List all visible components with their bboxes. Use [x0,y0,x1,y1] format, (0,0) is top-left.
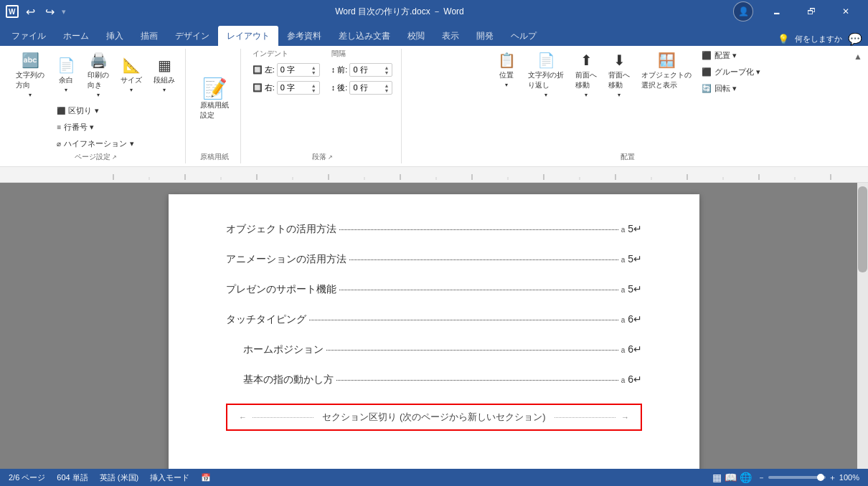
spin-down-a[interactable]: ▼ [384,88,389,93]
breaks-button[interactable]: ⬛ 区切り ▾ [54,104,101,118]
indent-right-value: 0 字 [280,82,295,93]
columns-label: 段組み [154,75,175,85]
spin-up-a[interactable]: ▲ [384,83,389,88]
page-setup-group: 🔤 文字列の方向 ▾ 📄 余白 ▾ 🖨️ 印刷の向き ▾ 📐 サイズ ▾ ▦ [6,49,186,163]
scrollbar-thumb[interactable] [858,186,867,272]
zoom-plus[interactable]: ＋ [829,472,836,483]
scrollbar-track[interactable] [857,183,868,469]
spin-up-r[interactable]: ▲ [311,83,316,88]
ribbon-toolbar: 🔤 文字列の方向 ▾ 📄 余白 ▾ 🖨️ 印刷の向き ▾ 📐 サイズ ▾ ▦ [0,46,868,167]
margins-label: 余白 [59,75,73,85]
text-direction-button[interactable]: 🔤 文字列の方向 ▾ [11,49,49,101]
toc-dots-1 [339,229,618,230]
size-icon: 📐 [123,57,141,74]
indent-right-row: 🔲 右: 0 字 ▲ ▼ [253,81,320,95]
align-icon: ⬛ [702,51,712,60]
orientation-button[interactable]: 🖨️ 印刷の向き ▾ [83,49,113,101]
zoom-minus[interactable]: － [758,472,765,483]
tab-layout[interactable]: レイアウト [218,26,278,46]
user-avatar[interactable]: 👤 [733,1,753,22]
tab-developer[interactable]: 開発 [468,26,502,46]
bring-forward-label: 前面へ移動 [575,70,597,90]
minimize-button[interactable]: 🗕 [760,0,793,23]
indent-right-spinner[interactable]: ▲ ▼ [311,83,316,93]
read-mode-icon[interactable]: 📖 [725,472,737,483]
chat-icon[interactable]: 💬 [848,32,862,46]
columns-button[interactable]: ▦ 段組み ▾ [149,54,179,96]
send-backward-button[interactable]: ⬇ 背面へ移動 ▾ [604,49,634,101]
text-direction-icon: 🔤 [22,52,39,69]
tab-home[interactable]: ホーム [55,26,98,46]
spacing-after-spinner[interactable]: ▲ ▼ [384,83,389,93]
spin-down[interactable]: ▼ [311,70,316,75]
spacing-before-input[interactable]: 0 行 ▲ ▼ [349,63,392,77]
page-setup-expand[interactable]: ↗ [112,154,117,161]
ribbon-tab-bar: ファイル ホーム 挿入 描画 デザイン レイアウト 参考資料 差し込み文書 校閲… [0,23,868,46]
status-bar: 2/6 ページ 604 単語 英語 (米国) 挿入モード 📅 ▦ 📖 🌐 － ＋… [0,469,868,486]
redo-button[interactable]: ↪ [42,4,57,20]
group-button[interactable]: ⬛ グループ化 ▾ [699,65,763,79]
tab-view[interactable]: 表示 [433,26,468,46]
tab-insert[interactable]: 挿入 [98,26,132,46]
indent-right-input[interactable]: 0 字 ▲ ▼ [277,81,320,95]
tab-design[interactable]: デザイン [166,26,218,46]
line-numbers-button[interactable]: ≡ 行番号 ▾ [54,120,97,134]
hyphenation-icon: ⌀ [57,140,61,148]
close-button[interactable]: ✕ [829,0,862,23]
bring-forward-button[interactable]: ⬆ 前面へ移動 ▾ [571,49,601,101]
spin-down-b[interactable]: ▼ [384,70,389,75]
toc-title-2: アニメーションの活用方法 [226,253,346,266]
send-backward-arrow: ▾ [618,92,621,98]
indent-right-label: 🔲 右: [253,82,275,93]
align-button[interactable]: ⬛ 配置 ▾ [699,49,763,62]
paragraph-expand[interactable]: ↗ [328,154,333,161]
toc-page-1: 5↵ [628,223,642,234]
wrap-text-button[interactable]: 📄 文字列の折り返し ▾ [524,49,568,101]
section-break-right-dots [555,417,615,418]
tab-mailings[interactable]: 差し込み文書 [330,26,399,46]
rotate-button[interactable]: 🔄 回転 ▾ [699,82,763,95]
toc-link-5: a [621,346,626,354]
size-arrow: ▾ [130,87,133,93]
manuscript-setup-button[interactable]: 📝 原稿用紙設定 [194,76,235,123]
zoom-slider[interactable] [768,476,826,479]
spin-down-r[interactable]: ▼ [311,88,316,93]
tab-help[interactable]: ヘルプ [502,26,545,46]
group-label: グループ化 ▾ [714,67,760,77]
spacing-after-input[interactable]: 0 行 ▲ ▼ [349,81,392,95]
position-button[interactable]: 📋 位置 ▾ [492,49,521,91]
margins-button[interactable]: 📄 余白 ▾ [52,54,80,96]
document-area[interactable]: オブジェクトの活用方法 a 5↵ アニメーションの活用方法 a 5↵ プレゼンの… [0,183,868,469]
rotate-icon: 🔄 [702,84,712,93]
spacing-before-spinner[interactable]: ▲ ▼ [384,65,389,75]
spin-up-b[interactable]: ▲ [384,65,389,70]
web-view-icon[interactable]: 🌐 [740,472,752,483]
tab-draw[interactable]: 描画 [132,26,166,46]
paper-size-button[interactable]: 📐 サイズ ▾ [116,54,146,96]
ribbon-scroll-up[interactable]: ▲ [854,49,862,163]
print-layout-icon[interactable]: ▦ [712,472,722,483]
input-mode: 挿入モード [150,472,189,483]
restore-button[interactable]: 🗗 [795,0,828,23]
align-label: 配置 ▾ [714,50,737,61]
zoom-control: － ＋ 100% [758,472,859,483]
toc-link-4: a [621,316,626,324]
spacing-after-value: 0 行 [353,82,367,93]
indent-left-spinner[interactable]: ▲ ▼ [311,65,316,75]
selection-pane-button[interactable]: 🪟 オブジェクトの選択と表示 [637,49,696,93]
spin-up[interactable]: ▲ [311,65,316,70]
toc-page-2: 5↵ [628,253,642,265]
tab-review[interactable]: 校閲 [399,26,433,46]
ribbon-scroll-up-icon[interactable]: ▲ [854,52,862,62]
toc-dots-6 [336,380,618,381]
tab-references[interactable]: 参考資料 [278,26,330,46]
undo-button[interactable]: ↩ [23,4,38,20]
indent-left-input[interactable]: 0 字 ▲ ▼ [277,63,320,77]
text-direction-arrow: ▾ [29,92,32,98]
arrange-group: 📋 位置 ▾ 📄 文字列の折り返し ▾ ⬆ 前面へ移動 ▾ ⬇ 背面へ移動 ▾ … [405,49,851,163]
ruler [0,167,868,183]
toc-entry-4: タッチタイピング a 6↵ [226,313,642,326]
indent-title: インデント [253,49,320,59]
hyphenation-button[interactable]: ⌀ ハイフネーション ▾ [54,137,136,151]
tab-file[interactable]: ファイル [3,26,55,46]
